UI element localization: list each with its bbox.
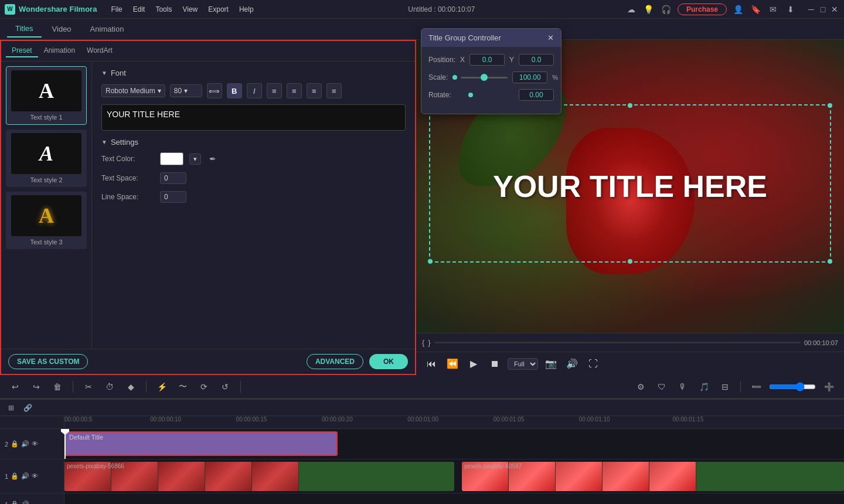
speed-button[interactable]: ⏱: [101, 379, 118, 395]
text-color-swatch[interactable]: [160, 152, 183, 165]
video-lock-icon[interactable]: 🔒: [11, 472, 19, 480]
screenshot-button[interactable]: 📷: [543, 356, 559, 372]
save-custom-button[interactable]: SAVE AS CUSTOM: [8, 354, 88, 369]
track-lock-icon[interactable]: 🔒: [11, 440, 19, 448]
italic-button[interactable]: I: [247, 83, 262, 98]
zoom-in-button[interactable]: ➕: [821, 379, 837, 395]
playhead[interactable]: [64, 429, 66, 459]
tgc-x-input[interactable]: [469, 54, 505, 66]
align-right-button[interactable]: ≡: [307, 83, 322, 98]
video-clip-2[interactable]: pexels-pixabay-60597: [462, 462, 844, 491]
tgc-position-row: Position: X Y: [428, 54, 554, 66]
style-item-3[interactable]: A Text style 3: [6, 192, 87, 249]
style-item-2[interactable]: A Text style 2: [6, 130, 87, 187]
split-button[interactable]: ⚡: [154, 379, 170, 395]
tab-titles[interactable]: Titles: [7, 21, 42, 38]
tgc-scale-input[interactable]: [512, 71, 547, 83]
preview-title[interactable]: YOUR TITLE HERE: [493, 169, 767, 204]
cut-button[interactable]: ✂: [80, 379, 97, 395]
play-button[interactable]: ▶: [465, 356, 482, 372]
line-space-input[interactable]: [160, 191, 186, 203]
tab-animation[interactable]: Animation: [82, 21, 132, 37]
tgc-y-input[interactable]: [519, 54, 554, 66]
audio-mute-icon[interactable]: 🔊: [21, 500, 29, 504]
tgc-scale-slider[interactable]: [461, 77, 508, 79]
cloud-icon[interactable]: ☁: [625, 3, 638, 16]
tgc-rotate-dot[interactable]: [468, 93, 473, 97]
bracket-right-icon[interactable]: }: [428, 338, 430, 347]
skip-back-button[interactable]: ⏮: [423, 356, 440, 372]
crop-button[interactable]: 〜: [175, 379, 191, 395]
eyedropper-icon[interactable]: ✒: [209, 154, 216, 164]
mail-icon[interactable]: ✉: [767, 3, 780, 16]
settings-button[interactable]: ⚙: [632, 379, 649, 395]
video-eye-icon[interactable]: 👁: [32, 472, 38, 480]
track-eye-icon[interactable]: 👁: [32, 440, 38, 448]
redo-button[interactable]: ↪: [28, 379, 45, 395]
stop-button[interactable]: ⏹: [486, 356, 503, 372]
user-icon[interactable]: 👤: [731, 3, 744, 16]
align-center-button[interactable]: ≡: [287, 83, 302, 98]
font-section-header[interactable]: ▼ Font: [101, 69, 406, 77]
clip-label-1: pexels-pixabay-56866: [67, 463, 124, 469]
preset-tab-animation[interactable]: Animation: [38, 45, 81, 57]
undo-button[interactable]: ↩: [7, 379, 23, 395]
color-button[interactable]: ◆: [122, 379, 139, 395]
step-back-button[interactable]: ⏪: [444, 356, 461, 372]
title-clip[interactable]: Default Title: [64, 431, 338, 456]
settings-section-header[interactable]: ▼ Settings: [101, 138, 406, 147]
zoom-out-button[interactable]: ➖: [748, 379, 764, 395]
mic-button[interactable]: 🎙: [675, 379, 691, 395]
ok-button[interactable]: OK: [369, 354, 408, 369]
purchase-button[interactable]: Purchase: [678, 4, 727, 15]
justify-button[interactable]: ≡: [326, 83, 342, 98]
font-spacing-button[interactable]: ⟺: [207, 83, 222, 98]
headset-icon[interactable]: 🎧: [660, 3, 673, 16]
track-mute-icon[interactable]: 🔊: [21, 440, 29, 448]
menu-help[interactable]: Help: [234, 4, 258, 15]
preset-tab-wordart[interactable]: WordArt: [81, 45, 118, 57]
video-clip-1[interactable]: pexels-pixabay-56866: [64, 462, 454, 491]
font-selector[interactable]: Roboto Medium ▾: [101, 84, 165, 97]
maximize-button[interactable]: □: [818, 5, 828, 14]
quality-selector[interactable]: Full: [508, 358, 538, 370]
shield-button[interactable]: 🛡: [654, 379, 670, 395]
timeline-add-icon[interactable]: ⊞: [5, 401, 18, 414]
minimize-button[interactable]: ─: [806, 5, 816, 14]
color-dropdown[interactable]: ▾: [189, 154, 201, 165]
menu-export[interactable]: Export: [203, 4, 233, 15]
tab-video[interactable]: Video: [44, 21, 80, 37]
preset-tab-preset[interactable]: Preset: [6, 45, 38, 57]
delete-button[interactable]: 🗑: [49, 379, 66, 395]
font-size-selector[interactable]: 80 ▾: [170, 84, 202, 97]
download-icon[interactable]: ⬇: [784, 3, 797, 16]
fullscreen-button[interactable]: ⛶: [585, 356, 601, 372]
align-left-button[interactable]: ≡: [267, 83, 282, 98]
menu-view[interactable]: View: [178, 4, 202, 15]
tgc-rotate-input[interactable]: [519, 89, 554, 101]
zoom-slider[interactable]: [769, 382, 816, 391]
tgc-close-button[interactable]: ✕: [547, 33, 554, 42]
text-input[interactable]: YOUR TITLE HERE: [101, 104, 406, 131]
rotate-tool-button[interactable]: ⟳: [196, 379, 212, 395]
audio-lock-icon[interactable]: 🔒: [11, 500, 19, 504]
bulb-icon[interactable]: 💡: [642, 3, 655, 16]
video-mute-icon[interactable]: 🔊: [21, 472, 29, 480]
bold-button[interactable]: B: [227, 83, 242, 98]
style-item-1[interactable]: A Text style 1: [6, 66, 87, 125]
menu-edit[interactable]: Edit: [128, 4, 150, 15]
flip-button[interactable]: ↺: [217, 379, 233, 395]
advanced-button[interactable]: ADVANCED: [307, 354, 363, 369]
export-frame-button[interactable]: ⊟: [717, 379, 733, 395]
preview-timeline[interactable]: [434, 342, 801, 343]
audio-track-button[interactable]: 🎵: [696, 379, 712, 395]
bookmark-icon[interactable]: 🔖: [749, 3, 762, 16]
close-button[interactable]: ✕: [830, 5, 839, 14]
bracket-left-icon[interactable]: {: [422, 338, 424, 347]
tgc-scale-dot[interactable]: [452, 75, 457, 80]
timeline-link-icon[interactable]: 🔗: [21, 401, 34, 414]
text-space-input[interactable]: [160, 172, 186, 184]
menu-tools[interactable]: Tools: [151, 4, 176, 15]
menu-file[interactable]: File: [106, 4, 127, 15]
audio-button[interactable]: 🔊: [564, 356, 580, 372]
